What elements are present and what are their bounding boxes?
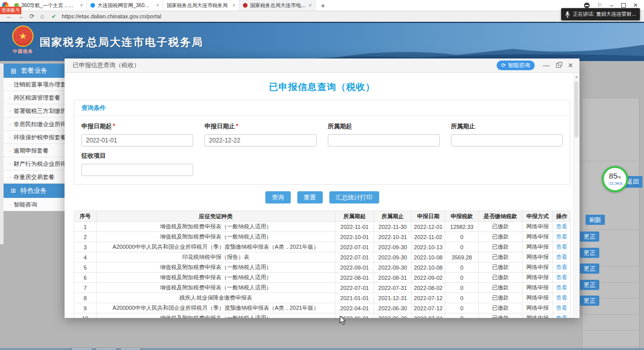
view-link[interactable]: 查看: [556, 284, 567, 290]
table-cell: 网络申报: [523, 232, 553, 242]
view-link[interactable]: 查看: [556, 234, 567, 240]
browser-tab[interactable]: 国家税务总局大连市电子税务局×: [239, 0, 316, 11]
sidebar-section-header[interactable]: ⊞特色业务: [4, 184, 65, 198]
table-cell: 查看: [553, 252, 571, 262]
table-cell: 2021-12-31: [374, 293, 412, 303]
sidebar-item[interactable]: ·存量房交易套餐: [4, 170, 65, 184]
tab-favicon-icon: [90, 3, 95, 8]
table-header-cell: 应征凭证种类: [97, 211, 335, 222]
browser-tab[interactable]: 360导航_一个主页，整个世界×: [11, 0, 87, 11]
correct-button[interactable]: 更正: [580, 231, 599, 242]
view-link[interactable]: 查看: [556, 305, 567, 311]
levy-item-label: 征收项目: [81, 152, 193, 160]
refresh-button[interactable]: 刷新: [586, 215, 605, 225]
taskbar-item[interactable]: [71, 348, 93, 350]
table-cell: 8: [74, 293, 97, 303]
required-asterisk: *: [113, 123, 115, 130]
progress-percent: 85: [609, 171, 618, 180]
sidebar-item[interactable]: ·智能咨询: [4, 198, 65, 211]
reload-icon[interactable]: ⟳: [29, 13, 35, 19]
progress-percent-sign: %: [618, 175, 621, 180]
sidebar-item-label: 存量房交易套餐: [14, 174, 55, 180]
table-cell: 已缴款: [479, 222, 523, 232]
declare-date-start-input[interactable]: [81, 134, 193, 147]
query-field-declare-date-end: 申报日期止*: [204, 122, 316, 147]
scrollbar-thumb[interactable]: [574, 81, 578, 137]
table-cell: 查看: [553, 313, 571, 318]
window-restore-button[interactable]: [621, 3, 626, 8]
browser-tab[interactable]: 大连国税网官网_360搜索×: [87, 0, 163, 11]
sidebar-item[interactable]: ·注销前置事项办理套餐: [4, 78, 65, 91]
table-cell: 网络申报: [523, 283, 553, 293]
view-link[interactable]: 查看: [556, 244, 567, 250]
sidebar-section-title: 套餐业务: [21, 66, 47, 75]
view-link[interactable]: 查看: [556, 223, 567, 229]
table-header-cell: 所属期起: [335, 211, 374, 222]
sidebar-item[interactable]: ·环境保护税申报套餐: [4, 131, 65, 144]
correct-button[interactable]: 更正: [580, 264, 599, 274]
summary-print-button[interactable]: 汇总统计打印: [329, 191, 379, 203]
tab-close-icon[interactable]: ×: [156, 3, 159, 8]
period-end-input[interactable]: [451, 134, 563, 147]
modal-close-icon[interactable]: ✕: [568, 62, 573, 69]
correct-button[interactable]: 更正: [580, 296, 599, 306]
sidebar-item[interactable]: ·非居民扣缴企业所得税: [4, 118, 65, 131]
table-cell: 10: [74, 313, 97, 318]
view-link[interactable]: 查看: [556, 315, 567, 318]
bullet-icon: ·: [9, 95, 11, 101]
table-header-cell: 申报日期: [412, 211, 445, 222]
sidebar-item[interactable]: ·逾期申报套餐: [4, 144, 65, 157]
modal-maximize-icon[interactable]: [556, 63, 561, 68]
table-header-cell: 是否缴纳税款: [479, 211, 523, 222]
levy-item-input[interactable]: [81, 164, 193, 176]
tab-close-icon[interactable]: ×: [309, 3, 312, 8]
correct-button[interactable]: 更正: [580, 280, 599, 290]
bullet-icon: ·: [9, 108, 11, 114]
taskbar-item[interactable]: [96, 348, 117, 350]
correct-button[interactable]: 更正: [580, 248, 599, 258]
modal-titlebar: 已申报信息查询（税收） ⟳ 智能咨询 — ✕: [65, 59, 579, 73]
browser-tab[interactable]: 国家税务总局大连市税务局×: [163, 0, 239, 11]
voice-text: 正在讲话: 董娟大连连荣财...: [573, 11, 636, 18]
modal-minimize-icon[interactable]: —: [543, 62, 549, 69]
table-cell: 2022-12-01: [412, 222, 445, 232]
view-link[interactable]: 查看: [556, 274, 567, 280]
progress-speed: ↑21.3K/s: [607, 181, 622, 186]
url-text[interactable]: https://etax.dalian.chinatax.gov.cn/port…: [62, 13, 161, 19]
view-link[interactable]: 查看: [556, 295, 567, 301]
table-cell: 2022-09-30: [374, 252, 412, 262]
table-cell: 0: [445, 273, 479, 283]
sidebar-item[interactable]: ·签署银税三方划缴协议: [4, 104, 65, 118]
table-cell: 网络申报: [523, 222, 553, 232]
bullet-icon: ·: [9, 121, 11, 127]
table-cell: 2022-10-08: [412, 262, 445, 273]
scrollbar-up-icon[interactable]: ▲: [574, 73, 579, 78]
tab-close-icon[interactable]: ×: [80, 3, 83, 8]
tab-close-icon[interactable]: ×: [232, 3, 235, 8]
sidebar-item[interactable]: ·跨区税源管理套餐: [4, 91, 65, 104]
ssl-shield-icon[interactable]: ✔: [51, 13, 56, 20]
table-cell: 增值税及附加税费申报表（一般纳税人适用）: [97, 222, 335, 232]
table-cell: 网络申报: [523, 303, 553, 313]
table-cell: 查看: [553, 262, 571, 273]
declare-date-start-label: 申报日期起*: [81, 122, 193, 131]
home-icon[interactable]: ⌂: [40, 13, 44, 19]
reset-button[interactable]: 重置: [297, 191, 323, 203]
modal-scrollbar[interactable]: ▲: [573, 73, 579, 317]
query-button[interactable]: 查询: [265, 191, 291, 203]
view-link[interactable]: 查看: [556, 264, 567, 270]
declare-date-end-input[interactable]: [204, 134, 316, 147]
progress-badge[interactable]: 85% ↑21.3K/s: [602, 166, 628, 192]
taskbar-item[interactable]: [120, 348, 141, 350]
table-header-cell: 序号: [74, 211, 97, 222]
period-start-input[interactable]: [328, 134, 440, 147]
sidebar-item[interactable]: ·财产行为税企业所得税: [4, 157, 65, 170]
view-link[interactable]: 查看: [556, 254, 567, 260]
smart-consult-button[interactable]: ⟳ 智能咨询: [497, 61, 535, 70]
sidebar-section-header[interactable]: ▤套餐业务: [4, 64, 65, 78]
table-cell: 查看: [553, 293, 571, 303]
adblock-icon[interactable]: [584, 3, 590, 8]
new-tab-button[interactable]: +: [321, 2, 325, 9]
period-start-label: 所属期起: [328, 122, 440, 131]
table-cell: 2022-06-30: [374, 313, 412, 318]
